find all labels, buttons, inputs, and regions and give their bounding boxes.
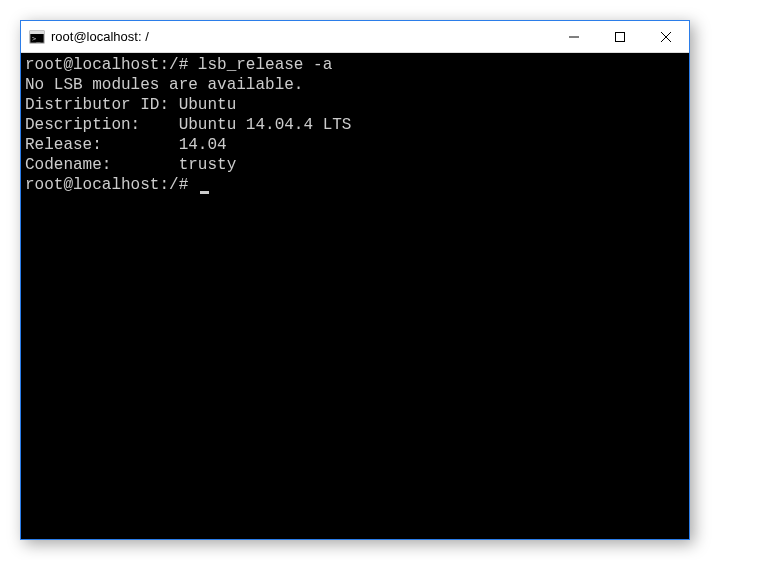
terminal-prompt: root@localhost:/# [25, 176, 198, 194]
terminal-line: No LSB modules are available. [25, 76, 303, 94]
titlebar[interactable]: >_ root@localhost: / [21, 21, 689, 53]
close-button[interactable] [643, 21, 689, 52]
terminal-line: Codename: trusty [25, 156, 236, 174]
terminal-icon: >_ [29, 29, 45, 45]
svg-rect-1 [30, 31, 44, 34]
svg-text:>_: >_ [32, 35, 41, 43]
terminal-line: Description: Ubuntu 14.04.4 LTS [25, 116, 351, 134]
window-controls [551, 21, 689, 52]
terminal-body[interactable]: root@localhost:/# lsb_release -a No LSB … [21, 53, 689, 539]
maximize-button[interactable] [597, 21, 643, 52]
window-title: root@localhost: / [51, 29, 551, 44]
terminal-line: Distributor ID: Ubuntu [25, 96, 236, 114]
cursor-icon [200, 191, 209, 194]
minimize-button[interactable] [551, 21, 597, 52]
svg-rect-4 [616, 32, 625, 41]
terminal-line: root@localhost:/# lsb_release -a [25, 56, 332, 74]
terminal-window: >_ root@localhost: / root@localhost:/# l… [20, 20, 690, 540]
terminal-line: Release: 14.04 [25, 136, 227, 154]
